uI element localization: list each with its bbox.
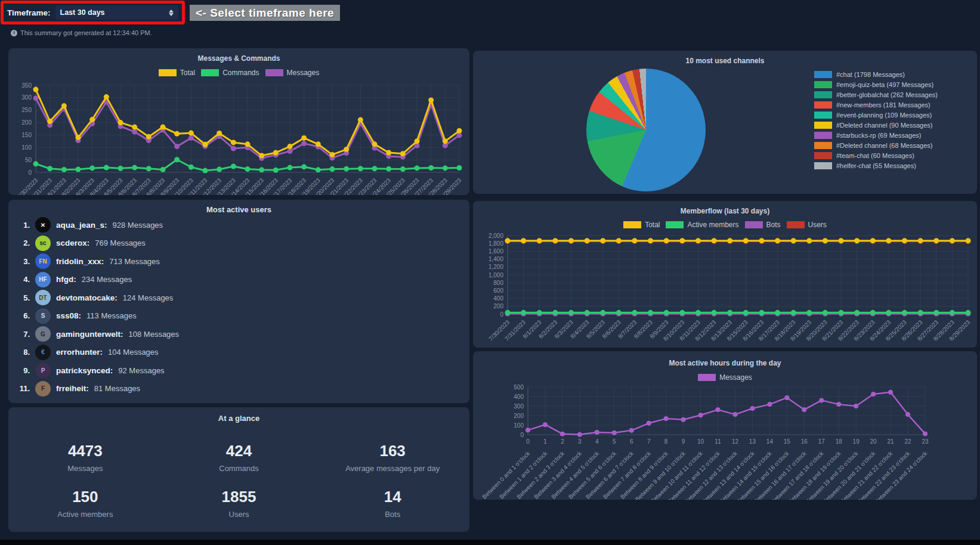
user-message-count: 124 Messages [123,293,174,302]
user-row: 7.Ggamingunterwelt:108 Messages [14,325,463,343]
active-hours-chart[interactable]: 0100200300400500012345678910111213141516… [473,351,977,500]
channels-pie[interactable] [586,69,706,191]
timeframe-label: Timeframe: [7,8,51,17]
pie-legend-label: #event-planning (109 Messages) [836,112,932,119]
glance-stat: 150Active members [8,480,162,526]
at-a-glance-grid: 4473Messages424Commands163Average messag… [8,434,469,526]
glance-stat-label: Active members [57,510,113,519]
svg-text:1,600: 1,600 [489,248,503,255]
pie-legend-swatch [814,91,832,98]
user-row: 4.HFhfgd:234 Messages [14,271,463,289]
timeframe-select[interactable]: Last 30 days [55,5,178,20]
user-name: gamingunterwelt: [56,330,123,339]
user-avatar: F [35,381,51,397]
user-row: 6.Ssss08:113 Messages [14,307,463,326]
glance-stat-value: 1855 [222,488,256,506]
most-active-users-title: Most active users [8,205,469,214]
messages-commands-panel: Messages & Commands TotalCommandsMessage… [8,48,469,195]
channels-pie-legend: #chat (1798 Messages)#emoji-quiz-beta (4… [814,71,938,169]
user-name: errorhunter: [56,348,103,357]
glance-stat: 424Commands [162,434,316,480]
user-row: 8.€errorhunter:104 Messages [14,343,463,362]
svg-text:6: 6 [630,438,633,445]
svg-text:12: 12 [732,438,739,445]
svg-text:18: 18 [836,438,843,445]
pie-legend-swatch [814,112,832,119]
pie-legend-label: #new-members (181 Messages) [836,101,930,109]
svg-text:2,000: 2,000 [489,233,503,239]
user-message-count: 928 Messages [113,221,163,230]
svg-text:14: 14 [766,438,774,445]
user-avatar: ✕ [35,217,51,233]
svg-text:3: 3 [578,438,582,445]
glance-stat-label: Users [229,510,249,519]
svg-text:500: 500 [514,384,524,391]
svg-text:7: 7 [647,438,651,445]
pie-legend-swatch [814,142,832,149]
svg-text:400: 400 [493,295,503,302]
user-message-count: 713 Messages [109,257,160,266]
user-rank: 3. [17,257,30,266]
user-rank: 11. [17,384,30,393]
svg-text:1,200: 1,200 [489,264,503,270]
svg-text:50: 50 [25,157,32,163]
messages-commands-chart[interactable]: 0501001502002503003507/30/20237/31/20238… [8,48,469,195]
svg-text:200: 200 [514,413,524,419]
svg-text:5: 5 [613,438,616,445]
user-name: hfgd: [56,275,76,284]
user-row: 9.Ppatricksynced:92 Messages [14,361,463,380]
pie-legend-item: #helfer-chat (55 Messages) [814,162,938,169]
user-rank: 1. [17,221,30,230]
glance-stat: 14Bots [316,480,469,526]
user-name: patricksynced: [56,366,113,375]
pie-legend-item: #emoji-quiz-beta (497 Messages) [814,81,938,88]
user-avatar: sc [35,236,51,251]
at-a-glance-title: At a glance [8,414,469,423]
channels-pie-panel: 10 most used channels #chat (1798 Messag… [473,51,977,194]
svg-text:17: 17 [818,438,826,445]
user-message-count: 104 Messages [108,348,159,357]
pie-legend-swatch [814,122,832,129]
user-rank: 9. [17,366,30,375]
svg-text:15: 15 [784,438,791,445]
svg-text:1,400: 1,400 [489,256,503,262]
glance-stat-value: 150 [72,488,98,506]
channels-pie-title: 10 most used channels [473,57,977,65]
glance-stat-value: 4473 [68,442,103,460]
timeframe-selected-value: Last 30 days [60,8,169,17]
svg-text:200: 200 [21,119,32,126]
user-name: devtomatocake: [56,293,118,302]
pie-legend-swatch [814,162,832,169]
user-row: 3.FNfridolin_xxx:713 Messages [14,252,463,271]
pie-legend-swatch [814,152,832,159]
pie-legend-label: #helfer-chat (55 Messages) [836,162,916,169]
glance-stat-label: Bots [385,510,400,519]
user-avatar: DT [35,290,51,305]
user-message-count: 108 Messages [129,330,180,339]
pie-legend-label: #team-chat (60 Messages) [836,152,914,159]
svg-text:23: 23 [922,438,929,445]
glance-stat: 163Average messages per day [316,434,469,480]
svg-text:0: 0 [500,311,503,318]
pie-legend-item: #team-chat (60 Messages) [814,152,938,159]
user-avatar: FN [35,253,51,269]
pie-legend-label: #chat (1798 Messages) [836,71,905,78]
svg-text:13: 13 [749,438,756,445]
svg-text:2: 2 [561,438,564,445]
most-active-users-panel: Most active users 1.✕aqua_jean_s:928 Mes… [8,200,469,403]
memberflow-chart[interactable]: 02004006008001,0001,2001,4001,6001,8002,… [473,201,977,348]
pie-legend-item: #new-members (181 Messages) [814,101,938,109]
svg-text:21: 21 [888,438,895,445]
pie-legend-swatch [814,132,832,139]
svg-text:800: 800 [493,280,503,286]
user-rank: 2. [17,239,30,247]
glance-stat-value: 424 [226,442,252,460]
user-rank: 4. [17,275,30,284]
user-avatar: € [35,345,51,360]
svg-text:200: 200 [493,303,503,309]
info-icon: i [11,30,17,36]
pie-legend-label: #Deleted channel (68 Messages) [836,142,932,149]
user-list: 1.✕aqua_jean_s:928 Messages2.scscderox:7… [14,216,463,398]
memberflow-panel: Memberflow (last 30 days) TotalActive me… [473,201,977,348]
summary-generated-text: This summary got generated at 12:34:40 P… [20,29,152,36]
